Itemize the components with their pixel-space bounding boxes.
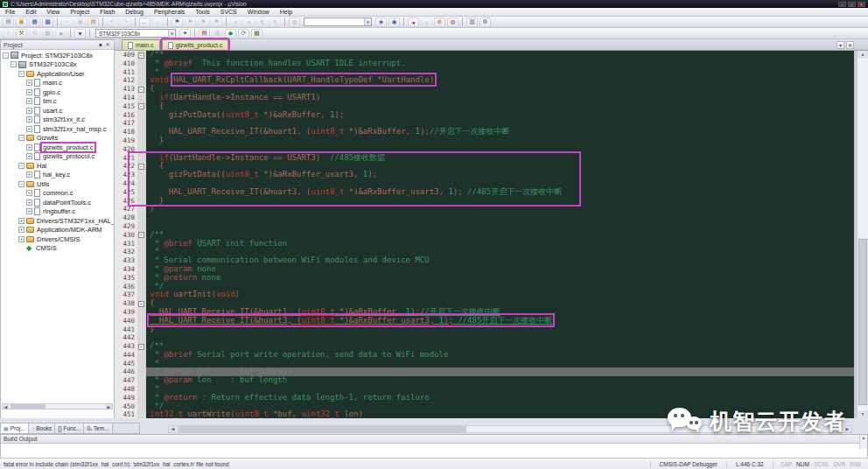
breakpoint-kill-all-icon[interactable]: ◍: [447, 18, 458, 27]
collapse-icon[interactable]: -: [3, 52, 9, 59]
find-in-files-icon[interactable]: ◎: [289, 18, 300, 27]
menu-svcs[interactable]: SVCS: [215, 8, 242, 16]
tab-close-icon[interactable]: ✕: [846, 41, 854, 49]
collapse-icon[interactable]: -: [10, 61, 17, 67]
navigate-back-icon[interactable]: ←: [139, 18, 150, 27]
scroll-up-icon[interactable]: ▲: [858, 51, 868, 59]
menu-window[interactable]: Window: [242, 8, 275, 16]
breakpoint-enable-disable-icon[interactable]: ●: [421, 18, 432, 27]
new-file-icon[interactable]: ▤: [3, 18, 14, 27]
project-panel-horizontal-scrollbar[interactable]: ◀ ▶: [2, 403, 113, 410]
batch-build-icon[interactable]: ▦: [42, 29, 53, 38]
editor-tab-gizwits_product-c[interactable]: gizwits_product.c: [162, 39, 229, 50]
expand-icon[interactable]: +: [26, 208, 32, 214]
menu-help[interactable]: Help: [275, 8, 298, 16]
expand-icon[interactable]: +: [18, 218, 24, 224]
menu-project[interactable]: Project: [65, 8, 94, 16]
bookmark-previous-icon[interactable]: ⚑: [185, 18, 196, 27]
menu-file[interactable]: File: [0, 8, 20, 16]
maximize-button[interactable]: □: [848, 2, 856, 7]
chevron-down-icon[interactable]: ▾: [364, 18, 371, 25]
bookmark-next-icon[interactable]: ⚑: [198, 18, 209, 27]
collapse-icon[interactable]: -: [18, 71, 24, 77]
tree-item-tim-c[interactable]: +tim.c: [1, 97, 114, 107]
undo-icon[interactable]: ↶: [107, 18, 118, 27]
scrollbar-thumb[interactable]: [858, 239, 867, 405]
tree-item-gizwits-protocol-c[interactable]: +gizwits_protocol.c: [1, 152, 114, 162]
cut-icon[interactable]: ✂: [61, 18, 73, 27]
tree-item-hal-key-c[interactable]: +hal_key.c: [1, 171, 114, 180]
stop-build-icon[interactable]: ■: [55, 29, 66, 38]
comment-selection-icon[interactable]: ¶: [256, 18, 268, 27]
tree-item-utils[interactable]: -Utils: [1, 179, 114, 189]
redo-icon[interactable]: ↷: [120, 18, 131, 27]
scrollbar-thumb[interactable]: [10, 404, 46, 409]
tree-item-application-user[interactable]: -Application/User: [1, 69, 114, 79]
indent-icon[interactable]: »: [230, 18, 242, 27]
expand-icon[interactable]: +: [26, 172, 32, 178]
scrollbar-thumb[interactable]: [178, 426, 466, 432]
collapse-icon[interactable]: -: [18, 181, 24, 187]
tree-item-hal[interactable]: -Hal: [1, 161, 114, 171]
expand-icon[interactable]: +: [26, 153, 32, 159]
pin-icon[interactable]: ■: [97, 41, 104, 48]
menu-flash[interactable]: Flash: [94, 8, 120, 16]
build-output-scrollbar[interactable]: ▲: [859, 435, 867, 449]
fold-marker[interactable]: −: [137, 102, 146, 111]
panel-tab-books[interactable]: ◔Books: [29, 424, 56, 433]
scroll-right-icon[interactable]: ▶: [106, 404, 112, 409]
editor-tab-main-c[interactable]: main.c: [122, 39, 160, 50]
tree-item-stm32f1xx-it-c[interactable]: +stm32f1xx_it.c: [1, 116, 114, 125]
select-software-packs-icon[interactable]: ⟳: [238, 29, 249, 38]
expand-icon[interactable]: +: [26, 98, 32, 104]
navigate-forward-icon[interactable]: →: [152, 18, 164, 27]
close-button[interactable]: ×: [858, 2, 865, 7]
editor-vertical-scrollbar[interactable]: ▲ ▼: [857, 51, 868, 418]
fold-marker[interactable]: −: [137, 51, 146, 60]
copy-icon[interactable]: ▣: [74, 18, 86, 27]
collapse-icon[interactable]: -: [18, 163, 24, 169]
bookmark-toggle-icon[interactable]: ⚑: [172, 18, 183, 27]
save-all-icon[interactable]: ▩: [42, 18, 53, 27]
expand-icon[interactable]: +: [18, 236, 24, 242]
target-select[interactable]: STM32F103C8x▾: [95, 29, 176, 38]
fold-marker[interactable]: −: [137, 231, 146, 240]
tree-item-datapointtools-c[interactable]: +dataPointTools.c: [1, 198, 114, 207]
breakpoint-disable-all-icon[interactable]: ⊘: [434, 18, 445, 27]
expand-icon[interactable]: +: [26, 89, 32, 95]
menu-view[interactable]: View: [41, 8, 65, 16]
panel-tab--tem-[interactable]: 0ₓ Tem...: [84, 424, 112, 433]
tree-item-stm32f1xx-hal-msp-c[interactable]: +stm32f1xx_hal_msp.c: [1, 124, 114, 134]
uncomment-selection-icon[interactable]: ¶: [270, 18, 281, 27]
build-output-content[interactable]: [1, 444, 867, 458]
tree-item-drivers-cmsis[interactable]: +Drivers/CMSIS: [1, 234, 114, 244]
translate-icon[interactable]: ✓: [3, 29, 14, 38]
configure-icon[interactable]: ⚙: [480, 18, 491, 27]
manage-project-items-icon[interactable]: ▤: [199, 29, 210, 38]
fold-marker[interactable]: −: [137, 299, 146, 308]
paste-icon[interactable]: ▤: [88, 18, 99, 27]
expand-icon[interactable]: +: [26, 190, 32, 196]
scroll-down-icon[interactable]: ▼: [858, 410, 868, 418]
pack-installer-icon[interactable]: ▩: [251, 29, 262, 38]
tree-item-cmsis[interactable]: ◆CMSIS: [1, 244, 114, 254]
rebuild-all-icon[interactable]: ⟲: [29, 29, 40, 38]
bookmark-clear-all-icon[interactable]: ⚑: [211, 18, 222, 27]
tree-item-project-stm32f103c8x[interactable]: -Project: STM32F103C8x: [1, 51, 114, 60]
file-extensions-icon[interactable]: ▥: [212, 29, 223, 38]
chevron-down-icon[interactable]: ▾: [168, 30, 175, 38]
breakpoint-insert-icon[interactable]: ●: [408, 18, 419, 27]
menu-tools[interactable]: Tools: [190, 8, 214, 16]
expand-icon[interactable]: +: [26, 80, 32, 86]
expand-icon[interactable]: +: [18, 227, 24, 233]
search-input[interactable]: ▾: [304, 18, 372, 26]
tree-item-usart-c[interactable]: +usart.c: [1, 106, 114, 116]
open-file-icon[interactable]: ▣: [16, 18, 27, 27]
tree-item-main-c[interactable]: +main.c: [1, 79, 114, 88]
scroll-left-icon[interactable]: ◀: [169, 426, 177, 432]
debug-windows-icon[interactable]: ▥: [466, 18, 478, 27]
collapse-icon[interactable]: -: [18, 135, 24, 141]
expand-icon[interactable]: +: [26, 116, 32, 122]
menu-debug[interactable]: Debug: [120, 8, 149, 16]
tree-item-ringbuffer-c[interactable]: +ringbuffer.c: [1, 207, 114, 217]
